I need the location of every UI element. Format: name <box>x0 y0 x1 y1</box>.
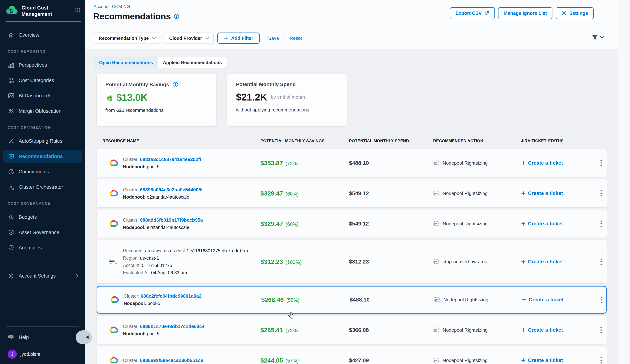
recommendation-type-dropdown[interactable]: Recommendation Type <box>94 32 160 44</box>
gear-icon <box>8 272 15 279</box>
create-ticket-button[interactable]: Create a ticket <box>521 160 563 166</box>
create-ticket-button[interactable]: Create a ticket <box>521 327 563 333</box>
sidebar-item-overview[interactable]: Overview <box>3 29 82 41</box>
table-row[interactable]: Cluster: 688c2fefc84fbdc99801a0a2Nodepoo… <box>96 286 606 314</box>
sidebar-item-budgets[interactable]: $Budgets <box>3 211 82 223</box>
recommended-action: stop-unused-aws-rds <box>433 259 521 265</box>
resource-link[interactable]: 6888b1c70e49db17c1de60c4 <box>140 324 204 329</box>
create-ticket-button[interactable]: Create a ticket <box>521 259 563 265</box>
add-filter-button[interactable]: Add Filter <box>217 32 260 44</box>
potential-monthly-spend-value: $488.10 <box>350 297 434 303</box>
percent-icon <box>8 108 15 115</box>
content-area: Open Recommendations Applied Recommendat… <box>85 50 618 364</box>
resource-link[interactable]: 6886e92f59a48cad86b5b1c6 <box>140 358 203 363</box>
kebab-menu-icon[interactable] <box>599 356 603 364</box>
resource-link[interactable]: 688c2fefc84fbdc99801a0a2 <box>141 293 202 299</box>
divider <box>284 34 284 42</box>
cloud-provider-dropdown[interactable]: Cloud Provider <box>164 32 214 44</box>
kebab-menu-icon[interactable] <box>599 188 603 198</box>
recommended-action: Nodepool Rightsizing <box>433 220 521 227</box>
resource-line-label: Nodepool: <box>124 301 146 306</box>
potential-monthly-savings-value: $244.05(57%) <box>260 357 349 364</box>
sidebar-item-margin-obfuscation[interactable]: Margin Obfuscation <box>3 105 82 117</box>
resource-line-label: Evaluated At: <box>123 270 150 275</box>
create-ticket-button[interactable]: Create a ticket <box>521 221 563 227</box>
table-row[interactable]: awsResource: arn:aws:rds:us-east-1:51161… <box>96 240 606 283</box>
card-title: Potential Monthly Savings <box>105 82 169 88</box>
page-title: Recommendations <box>93 11 171 21</box>
kebab-menu-icon[interactable] <box>600 295 604 304</box>
sidebar-item-recommendations[interactable]: Recommendations <box>3 150 82 163</box>
resource-value: e2standar4autoscale <box>147 194 189 199</box>
kebab-menu-icon[interactable] <box>599 257 603 266</box>
shield-alert-icon <box>8 244 15 251</box>
reset-filter-button[interactable]: Reset <box>290 35 302 41</box>
breadcrumb-account-link[interactable]: Account: CCM-NG <box>94 4 130 9</box>
settings-button[interactable]: Settings <box>556 7 594 19</box>
save-filter-button[interactable]: Save <box>268 35 279 41</box>
sidebar-item-bi-dashboards[interactable]: BI Dashboards <box>3 90 82 102</box>
filter-funnel-button[interactable] <box>591 34 604 41</box>
sidebar-item-cost-categories[interactable]: Cost Categories <box>3 74 82 87</box>
kebab-menu-icon[interactable] <box>599 325 603 335</box>
resource-line-label: Resource: <box>123 248 144 253</box>
table-row[interactable]: Cluster: 68898c064e3e2ba0e544005fNodepoo… <box>96 180 606 207</box>
sidebar-item-account-settings[interactable]: Account Settings <box>3 270 82 282</box>
sidebar: $ Cloud Cost Management OverviewCOST REP… <box>0 0 85 364</box>
table-row[interactable]: Cluster: 6881a3ccc887941a4ee202ffNodepoo… <box>96 149 606 177</box>
kebab-menu-icon[interactable] <box>599 219 603 228</box>
sidebar-item-commitments[interactable]: Commitments <box>3 166 82 178</box>
sidebar-item-perspectives[interactable]: Perspectives <box>3 59 82 71</box>
shield-dollar-icon: $ <box>8 229 15 236</box>
sidebar-item-asset-governance[interactable]: $Asset Governance <box>3 226 82 239</box>
info-icon[interactable] <box>174 13 180 19</box>
resource-value: pool-5 <box>148 301 160 306</box>
svg-text:$: $ <box>10 231 12 234</box>
table-row[interactable]: Cluster: 688add6fb019b17f9bccb95aNodepoo… <box>96 210 606 238</box>
resource-line-label: Cluster: <box>123 324 139 329</box>
question-icon[interactable]: ? <box>172 81 178 88</box>
export-csv-button[interactable]: Export CSV <box>450 7 495 19</box>
resource-link[interactable]: 68898c064e3e2ba0e544005f <box>140 187 203 192</box>
column-header-potential-monthly-spend: POTENTIAL MONTHLY SPEND <box>349 139 433 143</box>
kebab-menu-icon[interactable] <box>599 158 603 168</box>
create-ticket-button[interactable]: Create a ticket <box>521 190 563 196</box>
sidebar-item-label: Recommendations <box>19 154 63 159</box>
manage-ignore-list-button[interactable]: Manage Ignore List <box>498 7 552 19</box>
sidebar-item-autostopping-rules[interactable]: AutoStopping Rules <box>3 135 82 147</box>
resource-line-label: Cluster: <box>124 293 140 299</box>
sidebar-item-label: Anomalies <box>19 245 42 251</box>
sidebar-item-label: Budgets <box>19 214 37 220</box>
resource-cell: Cluster: 6886e92f59a48cad86b5b1c6 <box>96 355 260 364</box>
sidebar-item-label: Margin Obfuscation <box>19 108 62 114</box>
tab-applied-recommendations[interactable]: Applied Recommendations <box>158 57 227 68</box>
user-menu[interactable]: J jyoti.bisht <box>3 349 82 360</box>
potential-monthly-spend-value: $488.10 <box>349 160 433 166</box>
filter-bar: Recommendation Type Cloud Provider Add F… <box>94 32 302 44</box>
create-ticket-button[interactable]: Create a ticket <box>522 297 564 303</box>
sidebar-item-cluster-orchestrator[interactable]: Cluster Orchestrator <box>3 181 82 193</box>
tab-open-recommendations[interactable]: Open Recommendations <box>94 57 158 68</box>
sidebar-item-help[interactable]: ? Help <box>3 331 82 344</box>
plus-icon <box>521 328 526 332</box>
table-row[interactable]: Cluster: 6888b1c70e49db17c1de60c4Nodepoo… <box>96 316 606 344</box>
module-grid-icon[interactable] <box>75 7 81 13</box>
create-ticket-button[interactable]: Create a ticket <box>521 358 563 363</box>
resource-cell: Cluster: 6881a3ccc887941a4ee202ffNodepoo… <box>96 156 260 170</box>
sidebar-item-anomalies[interactable]: Anomalies <box>3 242 82 254</box>
resource-value: us-east-1 <box>140 255 159 261</box>
resource-link[interactable]: 688add6fb019b17f9bccb95a <box>140 217 203 223</box>
spend-subtitle: without applying recommendations <box>236 107 338 113</box>
plus-icon <box>521 161 526 165</box>
sidebar-divider <box>6 263 80 263</box>
table-header: RESOURCE NAMEPOTENTIAL MONTHLY SAVINGSPO… <box>96 139 606 143</box>
table-row[interactable]: Cluster: 6886e92f59a48cad86b5b1c6$244.05… <box>96 347 606 364</box>
ccm-cloud-logo-icon: $ <box>5 5 18 15</box>
sidebar-collapse-handle[interactable] <box>76 330 92 344</box>
sidebar-item-label: Account Settings <box>19 273 56 279</box>
header-divider <box>85 26 618 26</box>
chevron-down-icon <box>600 36 604 39</box>
resource-link[interactable]: 6881a3ccc887941a4ee202ff <box>140 157 201 162</box>
user-name: jyoti.bisht <box>20 351 40 357</box>
spend-amount: $21.2K <box>236 91 267 103</box>
